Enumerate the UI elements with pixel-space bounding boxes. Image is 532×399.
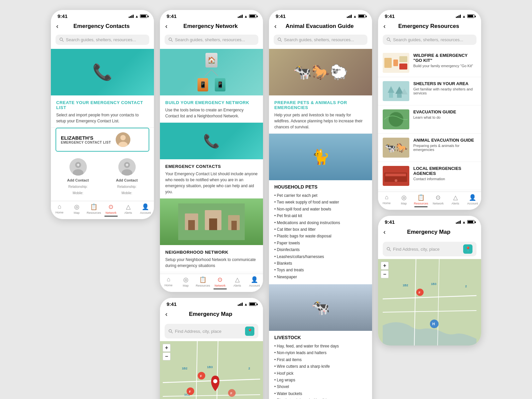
nav-account-4[interactable]: 👤 Account — [464, 194, 481, 207]
back-button-4[interactable]: ‹ — [383, 22, 386, 30]
nav-network-2[interactable]: ⊙ Network — [211, 276, 229, 289]
nav-account-2[interactable]: 👤 Account — [246, 276, 263, 289]
status-bar-map1: 9:41 ▲ — [160, 298, 263, 309]
livestock-list: • Hay, feed, and water for three days • … — [274, 343, 367, 399]
pet-item-1: • Pet carrier for each pet — [274, 192, 367, 199]
add-contact-2[interactable]: Add Contact Relationship: Mobile: — [104, 158, 149, 195]
network-node-orange: 📱 — [198, 78, 208, 91]
svg-text:F: F — [419, 291, 421, 294]
search-bar-3[interactable]: Search guides, shelters, resources... — [274, 35, 367, 45]
nav-alerts-2[interactable]: △ Alerts — [229, 276, 246, 289]
status-time-3: 9:41 — [276, 13, 286, 19]
add-contact-avatar-1 — [69, 158, 87, 176]
nav-bar-4: ⌂ Home ◎ Map 📋 Resources ⊙ Network △ — [378, 192, 481, 210]
contact-list-sub: EMERGENCY CONTACT LIST — [61, 141, 111, 144]
search-bar-4[interactable]: Search guides, shelters, resources... — [383, 35, 476, 45]
nav-map-1[interactable]: ◎ Map — [68, 203, 85, 216]
prepare-animals-section: PREPARE PETS & ANIMALS FOR EMERGENCIES H… — [269, 95, 372, 134]
screen-title-map2: Emergency Map — [388, 229, 469, 235]
nav-resources-1[interactable]: 📋 Resources — [85, 203, 102, 216]
search-bar-1[interactable]: Search guides, shelters, resources... — [56, 35, 149, 45]
nav-account-label-4: Account — [467, 202, 478, 205]
back-button-1[interactable]: ‹ — [56, 22, 59, 30]
agencies-thumb — [383, 166, 409, 186]
search-bar-map1[interactable]: Find Address, city, place 📍 — [165, 324, 258, 338]
resource-shelters[interactable]: SHELTERS IN YOUR AREA Get familiar with … — [378, 77, 481, 105]
pet-item-5: • Medications and dosing instructions — [274, 219, 367, 226]
gokit-thumb — [383, 53, 409, 73]
screen-pair-middle: 9:41 ▲ ‹ Emergency Network — [160, 10, 263, 399]
resources-icon-1: 📋 — [90, 203, 97, 210]
zoom-out-1[interactable]: − — [163, 352, 171, 360]
shelters-desc: Get familiar with nearby shelters and se… — [413, 87, 476, 95]
nav-network-1[interactable]: ⊙ Network — [102, 203, 120, 216]
screen-header-map1: ‹ Emergency Map — [160, 309, 263, 321]
screen-emergency-network: 9:41 ▲ ‹ Emergency Network — [160, 10, 263, 292]
add-contact-mobile-2: Mobile: — [121, 191, 132, 195]
pet-item-12: • Toys and treats — [274, 267, 367, 273]
svg-text:F: F — [200, 374, 202, 378]
account-icon-2: 👤 — [251, 276, 258, 283]
nav-home-2[interactable]: ⌂ Home — [160, 276, 177, 289]
nav-map-4[interactable]: ◎ Map — [395, 194, 413, 207]
zoom-in-1[interactable]: + — [163, 344, 171, 352]
status-time-2: 9:41 — [167, 13, 177, 19]
livestock-item-6: • Leg wraps — [274, 377, 367, 383]
nav-alerts-label-4: Alerts — [452, 202, 459, 205]
nav-alerts-4[interactable]: △ Alerts — [447, 194, 464, 207]
nav-map-2[interactable]: ◎ Map — [177, 276, 195, 289]
map-view-1[interactable]: 1B2 1B3 2 1C1 1C2 1D4 1D1 1D3 F F F — [160, 341, 263, 399]
svg-line-16 — [172, 41, 173, 42]
zoom-in-2[interactable]: + — [381, 262, 389, 270]
search-bar-2[interactable]: Search guides, shelters, resources... — [165, 35, 258, 45]
nav-resources-2[interactable]: 📋 Resources — [194, 276, 211, 289]
nav-network-4[interactable]: ⊙ Network — [430, 194, 447, 207]
zoom-out-2[interactable]: − — [381, 270, 389, 278]
battery-icon-4 — [467, 14, 474, 18]
network-node-top: 🏠 — [205, 53, 217, 67]
screen-header-3: ‹ Animal Evacuation Guide — [269, 21, 372, 33]
add-contact-label-1: Add Contact — [67, 178, 89, 182]
map-icon-2: ◎ — [183, 276, 189, 283]
gokit-info: WILDFIRE & EMERGENCY "GO KIT" Build your… — [413, 53, 476, 68]
nav-alerts-1[interactable]: △ Alerts — [120, 203, 137, 216]
back-button-map2[interactable]: ‹ — [383, 228, 386, 236]
location-button-map1[interactable]: 📍 — [245, 327, 254, 336]
nav-bar-1: ⌂ Home ◎ Map 📋 Resources ⊙ Network △ Ale… — [51, 201, 154, 219]
create-contact-title: CREATE YOUR EMERGENCY CONTACT LIST — [56, 100, 149, 110]
nav-resources-4[interactable]: 📋 Resources — [412, 194, 430, 207]
nav-resources-label-4: Resources — [414, 202, 428, 205]
contact-list-card[interactable]: ELIZABETH'S EMERGENCY CONTACT LIST — [56, 128, 149, 152]
bar1 — [129, 17, 130, 18]
search-icon-3 — [278, 38, 282, 42]
nav-home-label-1: Home — [56, 211, 64, 214]
svg-text:1B2: 1B2 — [182, 367, 188, 370]
nav-network-label-1: Network — [105, 211, 116, 214]
add-contact-1[interactable]: Add Contact Relationship: Mobile: — [56, 158, 100, 195]
nav-account-1[interactable]: 👤 Account — [137, 203, 154, 216]
search-bar-map2[interactable]: Find Address, city, place 📍 — [383, 242, 476, 256]
back-button-map1[interactable]: ‹ — [165, 310, 168, 318]
screen-emergency-resources: 9:41 ▲ ‹ Emergency Resources — [378, 10, 481, 210]
back-button-3[interactable]: ‹ — [274, 22, 277, 30]
resource-evacuation[interactable]: EVACUATION GUIDE Learn what to do — [378, 105, 481, 134]
wifi-icon-2: ▲ — [244, 14, 248, 18]
nav-home-1[interactable]: ⌂ Home — [51, 203, 68, 216]
resource-animal-evac[interactable]: 🐄🐎 ANIMAL EVACUATION GUIDE Preparing pet… — [378, 134, 481, 162]
household-pets-title: HOUSEHOLD PETS — [274, 184, 367, 190]
nav-home-4[interactable]: ⌂ Home — [378, 194, 395, 207]
contact-list-name: ELIZABETH'S — [61, 135, 111, 141]
resource-agencies[interactable]: LOCAL EMERGENCIES AGENCIES Contact infor… — [378, 162, 481, 190]
nav-account-label-1: Account — [140, 211, 151, 214]
nav-map-label-4: Map — [401, 202, 407, 205]
screen-title-2: Emergency Network — [170, 23, 251, 30]
resource-gokit[interactable]: WILDFIRE & EMERGENCY "GO KIT" Build your… — [378, 49, 481, 77]
nav-resources-label-2: Resources — [196, 284, 210, 287]
svg-rect-75 — [385, 174, 406, 176]
bar2 — [130, 16, 131, 18]
bar4 — [133, 15, 134, 18]
map-view-2[interactable]: 1B2 1B3 2 F H + − — [378, 259, 481, 345]
location-button-map2[interactable]: 📍 — [463, 244, 472, 254]
ec-phone-image: 📞 — [160, 123, 263, 159]
back-button-2[interactable]: ‹ — [165, 22, 168, 30]
